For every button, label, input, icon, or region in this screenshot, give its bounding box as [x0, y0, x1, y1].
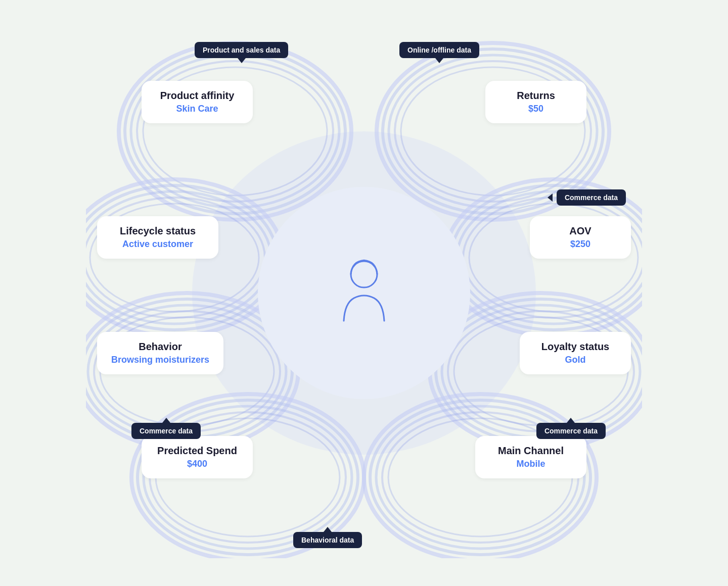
behavioral-label: Behavioral data	[293, 532, 362, 548]
product-affinity-title: Product affinity	[154, 90, 241, 102]
behavior-card: Behavior Browsing moisturizers	[97, 332, 223, 374]
main-channel-title: Main Channel	[487, 445, 574, 457]
commerce-left-bottom-label: Commerce data	[131, 423, 201, 439]
predicted-spend-title: Predicted Spend	[154, 445, 241, 457]
svg-point-3	[131, 55, 339, 208]
predicted-spend-value: $400	[154, 459, 241, 469]
lifecycle-status-card: Lifecycle status Active customer	[97, 216, 218, 259]
svg-point-8	[389, 55, 597, 208]
commerce-right-bottom-label: Commerce data	[536, 423, 606, 439]
main-channel-card: Main Channel Mobile	[475, 436, 586, 478]
lifecycle-status-title: Lifecycle status	[109, 225, 206, 237]
svg-point-1	[119, 43, 351, 220]
svg-point-2	[125, 49, 345, 214]
diagram-container: Product and sales data Online /offline d…	[86, 28, 642, 558]
behavior-title: Behavior	[109, 341, 211, 353]
online-offline-label: Online /offline data	[399, 42, 479, 58]
product-sales-label: Product and sales data	[195, 42, 288, 58]
lifecycle-status-value: Active customer	[109, 239, 206, 250]
loyalty-status-card: Loyalty status Gold	[520, 332, 631, 374]
loyalty-status-value: Gold	[532, 355, 619, 365]
aov-value: $250	[542, 239, 619, 250]
aov-title: AOV	[542, 225, 619, 237]
returns-value: $50	[497, 104, 574, 114]
person-icon	[334, 255, 394, 328]
loyalty-status-title: Loyalty status	[532, 341, 619, 353]
behavior-value: Browsing moisturizers	[109, 355, 211, 365]
main-channel-value: Mobile	[487, 459, 574, 469]
commerce-right-top-label: Commerce data	[557, 189, 626, 206]
product-affinity-card: Product affinity Skin Care	[142, 81, 253, 123]
returns-title: Returns	[497, 90, 574, 102]
product-affinity-value: Skin Care	[154, 104, 241, 114]
aov-card: AOV $250	[530, 216, 631, 259]
predicted-spend-card: Predicted Spend $400	[142, 436, 253, 478]
returns-card: Returns $50	[485, 81, 586, 123]
